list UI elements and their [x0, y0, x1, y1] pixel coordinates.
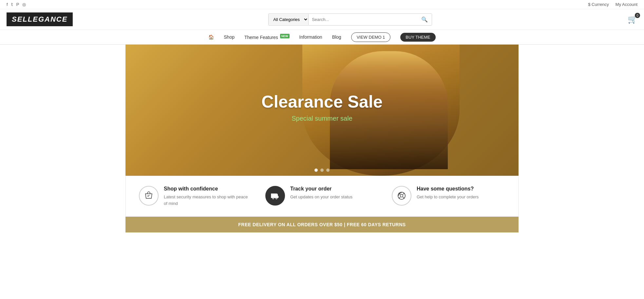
cart-badge: 0 — [635, 13, 640, 18]
view-demo-button[interactable]: VIEW DEMO 1 — [351, 32, 391, 42]
feature-text-help: Have some questions? Get help to complet… — [417, 186, 479, 200]
nav-shop[interactable]: Shop — [224, 30, 235, 44]
nav-information[interactable]: Information — [299, 30, 322, 44]
svg-line-8 — [403, 193, 405, 195]
currency-selector[interactable]: $ Currency — [588, 2, 609, 7]
search-button[interactable]: 🔍 — [417, 14, 432, 25]
logo[interactable]: SELLEGANCE — [7, 12, 73, 26]
cart-button[interactable]: 🛒 0 — [628, 15, 637, 24]
twitter-link[interactable]: 𝕥 — [11, 2, 13, 7]
hero-dots — [314, 169, 330, 172]
social-links: f 𝕥 P ◎ — [7, 2, 26, 7]
feature-item-help: Have some questions? Get help to complet… — [392, 186, 505, 206]
delivery-banner[interactable]: FREE DELIVERY ON ALL ORDERS OVER $50 | F… — [125, 217, 519, 232]
nav-home[interactable]: 🏠 — [208, 30, 214, 44]
feature-item-shop: Shop with confidence Latest security mea… — [139, 186, 252, 207]
facebook-link[interactable]: f — [7, 2, 8, 7]
navbar: 🏠 Shop Theme Features NEW Information Bl… — [0, 30, 644, 45]
buy-theme-button[interactable]: BUY THEME — [400, 33, 435, 42]
hero-dot-2[interactable] — [320, 169, 324, 172]
svg-line-10 — [403, 197, 405, 199]
category-select[interactable]: All Categories — [269, 14, 309, 25]
nav-theme-features[interactable]: Theme Features NEW — [244, 30, 290, 44]
feature-title-track: Track your order — [290, 186, 352, 192]
hero-overlay: Clearance Sale Special summer sale — [261, 92, 383, 122]
features-section: Shop with confidence Latest security mea… — [125, 176, 519, 217]
hero-dot-3[interactable] — [326, 169, 330, 172]
hero-subtitle: Special summer sale — [261, 115, 383, 122]
header: SELLEGANCE All Categories 🔍 🛒 0 — [0, 9, 644, 30]
hero-dot-1[interactable] — [314, 169, 318, 172]
track-order-icon — [265, 186, 285, 206]
new-badge: NEW — [280, 34, 290, 38]
feature-text-track: Track your order Get updates on your ord… — [290, 186, 352, 200]
feature-desc-help: Get help to complete your orders — [417, 194, 479, 200]
feature-text-shop: Shop with confidence Latest security mea… — [164, 186, 252, 207]
search-input[interactable] — [309, 14, 417, 25]
feature-desc-shop: Latest security measures to shop with pe… — [164, 194, 252, 207]
svg-point-3 — [273, 198, 274, 199]
account-menu[interactable]: My Account — [616, 2, 637, 7]
svg-point-6 — [400, 194, 403, 197]
svg-point-4 — [276, 198, 277, 199]
svg-line-9 — [399, 197, 401, 199]
pinterest-link[interactable]: P — [16, 2, 19, 7]
hero-banner: Clearance Sale Special summer sale — [125, 45, 519, 176]
top-bar-right: $ Currency My Account — [588, 2, 637, 7]
feature-title-shop: Shop with confidence — [164, 186, 252, 192]
feature-title-help: Have some questions? — [417, 186, 479, 192]
search-bar: All Categories 🔍 — [268, 13, 432, 26]
nav-blog[interactable]: Blog — [332, 30, 341, 44]
hero-title: Clearance Sale — [261, 92, 383, 111]
instagram-link[interactable]: ◎ — [22, 2, 26, 7]
feature-item-track: Track your order Get updates on your ord… — [265, 186, 379, 206]
shop-confidence-icon — [139, 186, 159, 206]
feature-desc-track: Get updates on your order status — [290, 194, 352, 200]
top-bar: f 𝕥 P ◎ $ Currency My Account — [0, 0, 644, 9]
help-icon — [392, 186, 411, 206]
